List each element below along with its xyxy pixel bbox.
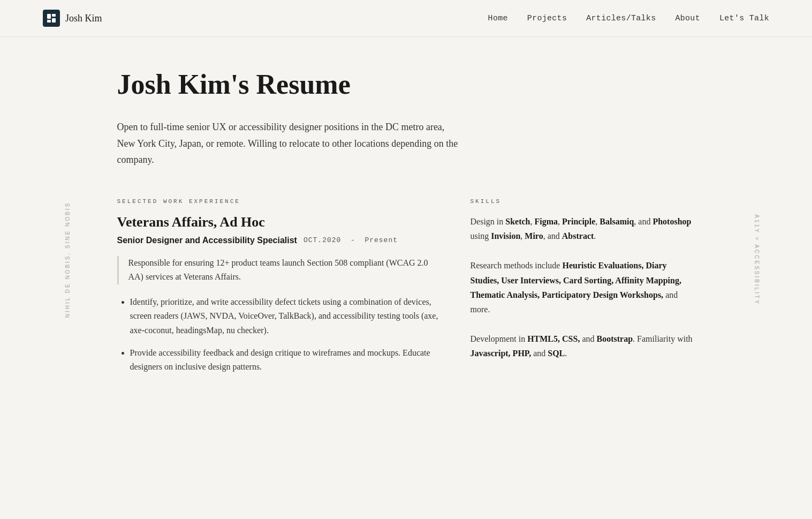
skills-development: Development in HTML5, CSS, and Bootstrap… <box>470 332 695 360</box>
side-watermark-left: NIHIL DE NOBIS, SINE NOBIS <box>65 201 71 318</box>
skill-sketch: Sketch <box>505 217 530 226</box>
page-title: Josh Kim's Resume <box>117 69 695 100</box>
main-nav: Home Projects Articles/Talks About Let's… <box>488 14 769 23</box>
skill-javascript-php: Javascript, PHP, <box>470 349 532 358</box>
skill-html5-css: HTML5, CSS, <box>527 334 580 343</box>
resume-columns: SELECTED WORK EXPERIENCE Veterans Affair… <box>117 198 695 383</box>
job-description-block: Responsible for ensuring 12+ product tea… <box>117 256 438 284</box>
svg-rect-1 <box>52 14 56 17</box>
bullet-item-1: Identify, prioritize, and write accessib… <box>130 295 438 337</box>
skill-balsamiq: Balsamiq <box>599 217 634 226</box>
svg-rect-0 <box>47 14 51 19</box>
nav-lets-talk[interactable]: Let's Talk <box>719 14 769 23</box>
logo-link[interactable]: Josh Kim <box>43 10 102 27</box>
job-bullet-list: Identify, prioritize, and write accessib… <box>117 295 438 374</box>
skills-research-methods: Research methods include Heuristic Evalu… <box>470 258 695 317</box>
nav-home[interactable]: Home <box>488 14 508 23</box>
skill-photoshop: Photoshop <box>652 217 691 226</box>
svg-rect-2 <box>52 18 56 22</box>
skill-principle: Principle <box>562 217 595 226</box>
job-company: Veterans Affairs, Ad Hoc <box>117 214 438 230</box>
skills-section: SKILLS Design in Sketch, Figma, Principl… <box>470 198 695 376</box>
intro-paragraph: Open to full-time senior UX or accessibi… <box>117 119 465 168</box>
side-watermark-right: A11Y = ACCESSIBILITY <box>754 214 760 305</box>
job-role: Senior Designer and Accessibility Specia… <box>117 236 297 245</box>
nav-projects[interactable]: Projects <box>527 14 567 23</box>
skill-bootstrap: Bootstrap <box>597 334 633 343</box>
work-section-label: SELECTED WORK EXPERIENCE <box>117 198 438 205</box>
skill-sql: SQL <box>548 349 565 358</box>
job-dates: OCT.2020 - Present <box>303 236 398 244</box>
site-header: Josh Kim Home Projects Articles/Talks Ab… <box>0 0 812 37</box>
skill-figma: Figma <box>535 217 558 226</box>
skills-design-tools: Design in Sketch, Figma, Principle, Bals… <box>470 214 695 243</box>
svg-rect-3 <box>47 20 51 22</box>
nav-about[interactable]: About <box>675 14 700 23</box>
skill-research-methods-bold: Heuristic Evaluations, Diary Studies, Us… <box>470 261 681 299</box>
skill-invision: Invision <box>491 231 520 240</box>
logo-icon <box>43 10 60 27</box>
nav-articles-talks[interactable]: Articles/Talks <box>586 14 656 23</box>
skill-abstract: Abstract <box>562 231 594 240</box>
skill-miro: Miro <box>525 231 543 240</box>
skills-section-label: SKILLS <box>470 198 695 205</box>
work-experience-section: SELECTED WORK EXPERIENCE Veterans Affair… <box>117 198 438 383</box>
bullet-item-2: Provide accessibility feedback and desig… <box>130 346 438 374</box>
job-description-text: Responsible for ensuring 12+ product tea… <box>128 256 438 284</box>
job-role-line: Senior Designer and Accessibility Specia… <box>117 236 438 245</box>
main-content: Josh Kim's Resume Open to full-time seni… <box>53 37 760 415</box>
logo-name: Josh Kim <box>65 13 102 24</box>
